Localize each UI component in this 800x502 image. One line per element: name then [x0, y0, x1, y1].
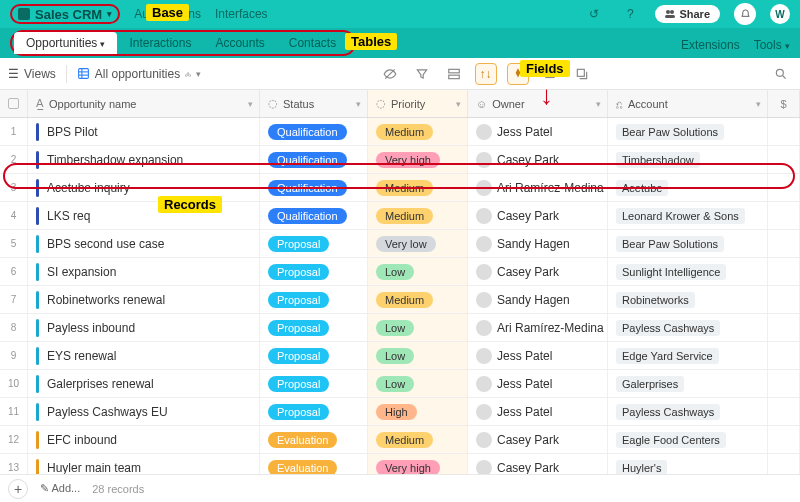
cell-more[interactable] [768, 230, 800, 257]
cell-status[interactable]: Proposal [260, 342, 368, 369]
cell-name[interactable]: SI expansion [28, 258, 260, 285]
cell-priority[interactable]: Medium [368, 202, 468, 229]
cell-priority[interactable]: Medium [368, 174, 468, 201]
cell-owner[interactable]: Jess Patel [468, 342, 608, 369]
cell-account[interactable]: Timbershadow [608, 146, 768, 173]
cell-owner[interactable]: Jess Patel [468, 398, 608, 425]
table-row[interactable]: 8Payless inboundProposalLowAri Ramírez-M… [0, 314, 800, 342]
search-icon[interactable] [770, 63, 792, 85]
cell-status[interactable]: Proposal [260, 258, 368, 285]
add-record-plus[interactable]: + [8, 479, 28, 499]
cell-name[interactable]: Acetube inquiry [28, 174, 260, 201]
cell-owner[interactable]: Casey Park [468, 202, 608, 229]
cell-owner[interactable]: Casey Park [468, 426, 608, 453]
cell-owner[interactable]: Casey Park [468, 146, 608, 173]
cell-status[interactable]: Evaluation [260, 426, 368, 453]
table-row[interactable]: 11Payless Cashways EUProposalHighJess Pa… [0, 398, 800, 426]
help-icon[interactable]: ? [619, 3, 641, 25]
column-header-account[interactable]: ⎌ Account▾ [608, 90, 768, 117]
cell-account[interactable]: Edge Yard Service [608, 342, 768, 369]
nav-interfaces[interactable]: Interfaces [215, 7, 268, 21]
cell-name[interactable]: BPS second use case [28, 230, 260, 257]
cell-owner[interactable]: Jess Patel [468, 370, 608, 397]
cell-account[interactable]: Sunlight Intelligence [608, 258, 768, 285]
cell-more[interactable] [768, 286, 800, 313]
cell-name[interactable]: Payless inbound [28, 314, 260, 341]
table-tab-opportunities[interactable]: Opportunities▾ [14, 32, 117, 54]
column-header-status[interactable]: ◌ Status▾ [260, 90, 368, 117]
cell-more[interactable] [768, 398, 800, 425]
table-tab-interactions[interactable]: Interactions [117, 32, 203, 54]
user-avatar[interactable]: W [770, 4, 790, 24]
cell-account[interactable]: Payless Cashways [608, 314, 768, 341]
cell-owner[interactable]: Casey Park [468, 258, 608, 285]
cell-more[interactable] [768, 342, 800, 369]
cell-owner[interactable]: Jess Patel [468, 118, 608, 145]
cell-more[interactable] [768, 426, 800, 453]
sort-icon[interactable]: ↑↓ [475, 63, 497, 85]
cell-name[interactable]: EYS renewal [28, 342, 260, 369]
cell-owner[interactable]: Sandy Hagen [468, 230, 608, 257]
cell-priority[interactable]: Low [368, 314, 468, 341]
cell-name[interactable]: LKS req [28, 202, 260, 229]
cell-status[interactable]: Proposal [260, 230, 368, 257]
tools-link[interactable]: Tools ▾ [754, 38, 790, 52]
cell-name[interactable]: EFC inbound [28, 426, 260, 453]
cell-status[interactable]: Qualification [260, 146, 368, 173]
cell-status[interactable]: Proposal [260, 398, 368, 425]
hide-fields-icon[interactable] [379, 63, 401, 85]
cell-status[interactable]: Qualification [260, 118, 368, 145]
cell-owner[interactable]: Sandy Hagen [468, 286, 608, 313]
share-view-icon[interactable] [571, 63, 593, 85]
views-button[interactable]: ☰ Views [8, 67, 56, 81]
cell-status[interactable]: Qualification [260, 202, 368, 229]
cell-more[interactable] [768, 258, 800, 285]
column-header-name[interactable]: A̲ Opportunity name▾ [28, 90, 260, 117]
cell-priority[interactable]: High [368, 398, 468, 425]
cell-more[interactable] [768, 370, 800, 397]
view-switcher[interactable]: All opportunities ஃ ▾ [77, 67, 201, 81]
cell-account[interactable]: Robinetworks [608, 286, 768, 313]
cell-priority[interactable]: Very low [368, 230, 468, 257]
cell-name[interactable]: Timbershadow expansion [28, 146, 260, 173]
cell-priority[interactable]: Very high [368, 146, 468, 173]
cell-account[interactable]: Eagle Food Centers [608, 426, 768, 453]
cell-account[interactable]: Acetube [608, 174, 768, 201]
add-record-link[interactable]: ✎ Add... [40, 482, 80, 495]
history-icon[interactable]: ↺ [583, 3, 605, 25]
extensions-link[interactable]: Extensions [681, 38, 740, 52]
cell-more[interactable] [768, 146, 800, 173]
table-row[interactable]: 2Timbershadow expansionQualificationVery… [0, 146, 800, 174]
table-row[interactable]: 4LKS reqQualificationMediumCasey ParkLeo… [0, 202, 800, 230]
cell-account[interactable]: Galerprises [608, 370, 768, 397]
table-row[interactable]: 6SI expansionProposalLowCasey ParkSunlig… [0, 258, 800, 286]
table-row[interactable]: 5BPS second use caseProposalVery lowSand… [0, 230, 800, 258]
cell-status[interactable]: Qualification [260, 174, 368, 201]
table-row[interactable]: 9EYS renewalProposalLowJess PatelEdge Ya… [0, 342, 800, 370]
cell-account[interactable]: Payless Cashways [608, 398, 768, 425]
cell-account[interactable]: Leonard Krower & Sons [608, 202, 768, 229]
table-row[interactable]: 1BPS PilotQualificationMediumJess PatelB… [0, 118, 800, 146]
filter-icon[interactable] [411, 63, 433, 85]
column-header-more[interactable]: $ [768, 90, 800, 117]
cell-account[interactable]: Bear Paw Solutions [608, 230, 768, 257]
table-tab-accounts[interactable]: Accounts [203, 32, 276, 54]
column-header-owner[interactable]: ☺ Owner▾ [468, 90, 608, 117]
table-row[interactable]: 3Acetube inquiryQualificationMediumAri R… [0, 174, 800, 202]
cell-priority[interactable]: Medium [368, 118, 468, 145]
cell-priority[interactable]: Medium [368, 426, 468, 453]
cell-status[interactable]: Proposal [260, 370, 368, 397]
cell-owner[interactable]: Ari Ramírez-Medina [468, 174, 608, 201]
base-switcher[interactable]: Sales CRM ▾ [10, 4, 120, 24]
table-tab-contacts[interactable]: Contacts [277, 32, 348, 54]
cell-owner[interactable]: Ari Ramírez-Medina [468, 314, 608, 341]
notifications-icon[interactable] [734, 3, 756, 25]
cell-priority[interactable]: Low [368, 342, 468, 369]
cell-account[interactable]: Bear Paw Solutions [608, 118, 768, 145]
cell-name[interactable]: Robinetworks renewal [28, 286, 260, 313]
cell-more[interactable] [768, 118, 800, 145]
table-row[interactable]: 10Galerprises renewalProposalLowJess Pat… [0, 370, 800, 398]
share-button[interactable]: Share [655, 5, 720, 23]
cell-priority[interactable]: Low [368, 258, 468, 285]
cell-name[interactable]: Payless Cashways EU [28, 398, 260, 425]
